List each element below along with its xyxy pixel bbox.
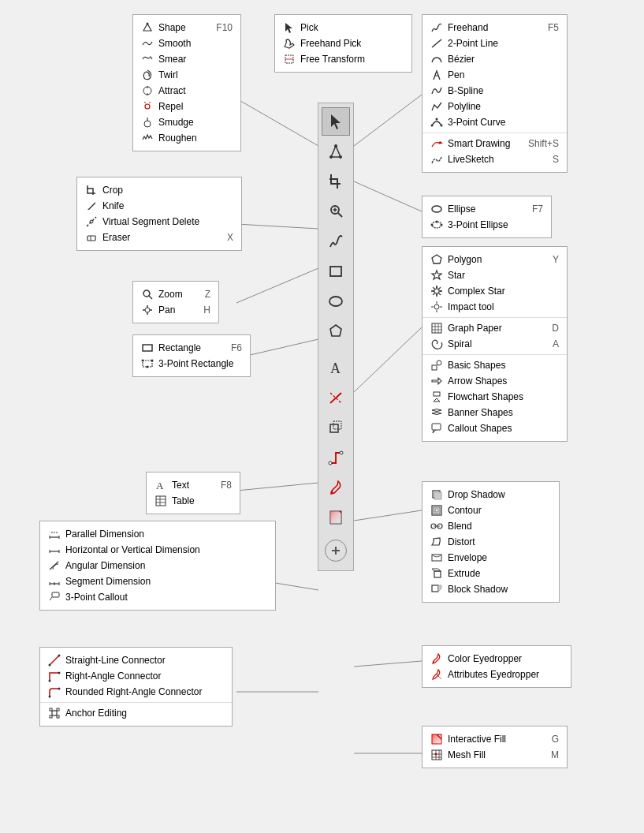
- pan-tool[interactable]: Pan H: [133, 302, 218, 318]
- toolbar-text-btn[interactable]: A: [322, 353, 350, 382]
- parallel-dim-tool[interactable]: Parallel Dimension: [40, 526, 275, 542]
- pen-tool[interactable]: Pen: [423, 67, 567, 83]
- rounded-connector-tool[interactable]: Rounded Right-Angle Connector: [40, 684, 232, 700]
- callout-shapes-tool[interactable]: Callout Shapes: [423, 420, 567, 436]
- livesketch-tool[interactable]: LiveSketch S: [423, 151, 567, 167]
- ellipse-tool[interactable]: Ellipse F7: [423, 201, 551, 217]
- toolbar-connector-btn[interactable]: [322, 443, 350, 472]
- graph-paper-tool[interactable]: Graph Paper D: [423, 320, 567, 336]
- toolbar-zoom-btn[interactable]: [322, 197, 350, 226]
- svg-line-5: [354, 95, 422, 146]
- toolbar-polygon-btn[interactable]: [322, 317, 350, 346]
- attr-eyedropper-icon: [430, 668, 443, 681]
- svg-point-62: [437, 360, 441, 365]
- mesh-fill-tool[interactable]: Mesh Fill M: [423, 747, 567, 763]
- svg-line-22: [149, 102, 151, 103]
- arrow-shapes-tool[interactable]: Arrow Shapes: [423, 373, 567, 389]
- shape-tool[interactable]: Shape F10: [133, 20, 240, 35]
- crop-tool[interactable]: Crop: [77, 182, 241, 198]
- polygon-panel: Polygon Y Star Complex Star Impact tool …: [422, 246, 568, 442]
- pan-icon: [141, 304, 154, 316]
- smear-tool[interactable]: Smear: [133, 51, 240, 67]
- segment-dim-tool[interactable]: Segment Dimension: [40, 573, 275, 589]
- 3pt-ellipse-tool[interactable]: 3-Point Ellipse: [423, 217, 551, 233]
- distort-tool[interactable]: Distort: [423, 534, 559, 550]
- contour-icon: [430, 504, 443, 517]
- 2pt-line-tool[interactable]: 2-Point Line: [423, 35, 567, 51]
- toolbar-dim-btn[interactable]: [322, 383, 350, 412]
- zoom-panel: Zoom Z Pan H: [132, 281, 219, 323]
- svg-line-1: [236, 99, 318, 146]
- interactive-fill-tool[interactable]: Interactive Fill G: [423, 731, 567, 747]
- drop-shadow-tool[interactable]: Drop Shadow: [423, 487, 559, 502]
- contour-tool[interactable]: Contour: [423, 502, 559, 518]
- svg-line-30: [149, 296, 152, 299]
- straight-connector-tool[interactable]: Straight-Line Connector: [40, 652, 232, 668]
- svg-marker-42: [438, 141, 443, 144]
- toolbar-add-btn[interactable]: [325, 540, 347, 562]
- right-angle-connector-tool[interactable]: Right-Angle Connector: [40, 668, 232, 684]
- attract-tool[interactable]: Attract: [133, 83, 240, 99]
- angular-dim-tool[interactable]: Angular Dimension: [40, 558, 275, 573]
- extrude-tool[interactable]: Extrude: [423, 566, 559, 581]
- horiz-dim-tool[interactable]: Horizontal or Vertical Dimension: [40, 542, 275, 558]
- 3pt-curve-tool[interactable]: 3-Point Curve: [423, 114, 567, 130]
- twirl-tool[interactable]: Twirl: [133, 67, 240, 83]
- polyline-tool[interactable]: Polyline: [423, 99, 567, 114]
- banner-shapes-tool[interactable]: Banner Shapes: [423, 405, 567, 420]
- repel-tool[interactable]: Repel: [133, 99, 240, 114]
- knife-tool[interactable]: Knife: [77, 198, 241, 214]
- freehand-pick-tool[interactable]: Freehand Pick: [275, 35, 411, 51]
- impact-tool[interactable]: Impact tool: [423, 299, 567, 315]
- virtual-segment-tool[interactable]: Virtual Segment Delete: [77, 214, 241, 230]
- pick-tool[interactable]: Pick: [275, 20, 411, 35]
- effects-panel: Drop Shadow Contour Blend Distort Envelo…: [422, 481, 560, 603]
- smudge-tool[interactable]: Smudge: [133, 114, 240, 130]
- complex-star-tool[interactable]: Complex Star: [423, 283, 567, 299]
- repel-icon: [141, 100, 154, 113]
- block-shadow-tool[interactable]: Block Shadow: [423, 581, 559, 597]
- toolbar-rect-btn[interactable]: [322, 257, 350, 286]
- 3pt-callout-tool[interactable]: 3-Point Callout: [40, 589, 275, 605]
- spiral-tool[interactable]: Spiral A: [423, 336, 567, 352]
- 3pt-rectangle-tool[interactable]: 3-Point Rectangle: [133, 356, 250, 372]
- smart-drawing-tool[interactable]: Smart Drawing Shift+S: [423, 136, 567, 151]
- flowchart-shapes-tool[interactable]: Flowchart Shapes: [423, 389, 567, 405]
- rectangle-icon: [141, 342, 154, 354]
- color-eyedropper-tool[interactable]: Color Eyedropper: [423, 651, 571, 667]
- toolbar-eyedropper-btn[interactable]: [322, 473, 350, 502]
- toolbar-shape-btn[interactable]: [322, 137, 350, 166]
- free-transform-tool[interactable]: Free Transform: [275, 51, 411, 67]
- text-tool[interactable]: A Text F8: [147, 477, 240, 493]
- smooth-icon: [141, 37, 154, 50]
- free-transform-icon: [283, 53, 296, 65]
- star-tool[interactable]: Star: [423, 267, 567, 283]
- toolbar-crop-btn[interactable]: [322, 167, 350, 196]
- bezier-tool[interactable]: Bézier: [423, 51, 567, 67]
- toolbar-fill-btn[interactable]: [322, 503, 350, 532]
- zoom-tool[interactable]: Zoom Z: [133, 286, 218, 302]
- polygon-tool[interactable]: Polygon Y: [423, 252, 567, 267]
- virtual-segment-icon: [85, 215, 98, 228]
- blend-tool[interactable]: Blend: [423, 518, 559, 534]
- table-tool[interactable]: Table: [147, 493, 240, 509]
- toolbar-pick-btn[interactable]: [322, 107, 350, 136]
- toolbar-draw-btn[interactable]: [322, 227, 350, 256]
- envelope-tool[interactable]: Envelope: [423, 550, 559, 566]
- smooth-tool[interactable]: Smooth: [133, 35, 240, 51]
- attr-eyedropper-tool[interactable]: Attributes Eyedropper: [423, 667, 571, 682]
- graph-paper-icon: [430, 322, 443, 334]
- text-icon: A: [154, 479, 167, 491]
- basic-shapes-tool[interactable]: Basic Shapes: [423, 357, 567, 373]
- toolbar-effects-btn[interactable]: [322, 413, 350, 442]
- svg-marker-49: [432, 271, 441, 279]
- roughen-tool[interactable]: Roughen: [133, 130, 240, 146]
- eraser-tool[interactable]: Eraser X: [77, 230, 241, 245]
- anchor-editing-tool[interactable]: Anchor Editing: [40, 705, 232, 721]
- rectangle-tool[interactable]: Rectangle F6: [133, 340, 250, 356]
- toolbar-ellipse-btn[interactable]: [322, 287, 350, 316]
- bspline-tool[interactable]: B-Spline: [423, 83, 567, 99]
- svg-line-21: [144, 102, 146, 103]
- freehand-tool[interactable]: Freehand F5: [423, 20, 567, 35]
- 3pt-ellipse-icon: [430, 219, 443, 231]
